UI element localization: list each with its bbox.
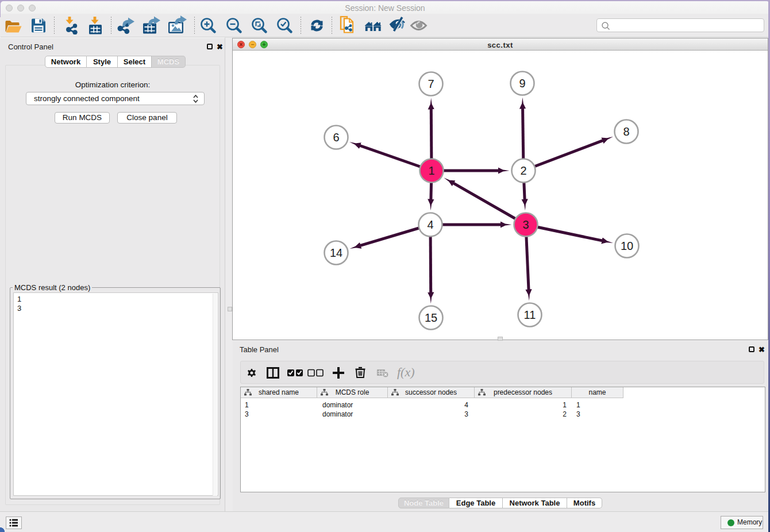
svg-text:11: 11: [524, 309, 536, 321]
svg-text:1: 1: [428, 164, 434, 177]
svg-text:14: 14: [330, 246, 342, 259]
svg-text:4: 4: [427, 218, 433, 231]
svg-text:3: 3: [522, 218, 529, 231]
svg-text:8: 8: [623, 125, 629, 138]
svg-text:10: 10: [621, 240, 633, 252]
svg-text:2: 2: [520, 164, 526, 177]
svg-text:9: 9: [519, 77, 525, 90]
svg-text:15: 15: [425, 311, 437, 324]
svg-text:6: 6: [333, 131, 339, 144]
svg-text:7: 7: [428, 78, 434, 90]
